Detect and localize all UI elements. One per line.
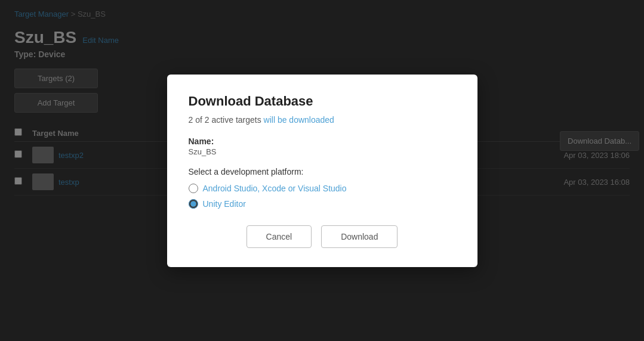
modal-name-label: Name: [189,137,456,146]
download-database-modal: Download Database 2 of 2 active targets … [167,75,477,267]
platform-section-label: Select a development platform: [189,167,456,176]
download-button[interactable]: Download [321,225,398,248]
platform-option-android[interactable]: Android Studio, Xcode or Visual Studio [189,184,456,193]
platform-label-android: Android Studio, Xcode or Visual Studio [203,184,347,193]
cancel-button[interactable]: Cancel [246,225,312,248]
modal-actions: Cancel Download [189,225,456,248]
modal-name-field: Name: Szu_BS [189,137,456,156]
modal-title: Download Database [189,94,456,109]
platform-label-unity: Unity Editor [203,199,246,209]
platform-option-unity[interactable]: Unity Editor [189,199,456,209]
modal-subtitle-highlight: will be downloaded [264,115,334,125]
platform-radio-android[interactable] [189,184,198,193]
modal-overlay: Download Database 2 of 2 active targets … [0,0,644,341]
modal-subtitle-prefix: 2 of 2 active targets [189,115,264,125]
modal-subtitle: 2 of 2 active targets will be downloaded [189,115,456,125]
platform-radio-unity[interactable] [189,199,198,209]
modal-name-value: Szu_BS [189,147,456,156]
